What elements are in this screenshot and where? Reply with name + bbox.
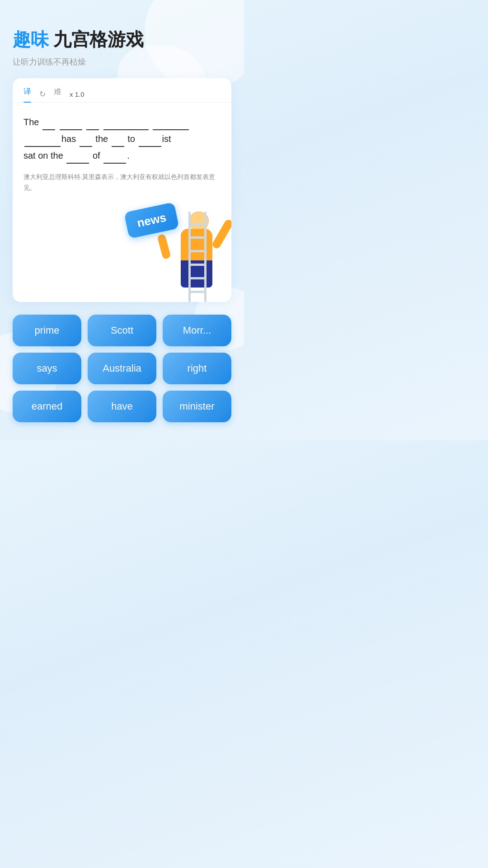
blank-4 [103,113,149,130]
subtitle: 让听力训练不再枯燥 [13,57,231,67]
word-btn-says[interactable]: says [13,353,81,384]
word-btn-australia[interactable]: Australia [88,353,156,384]
person-arm-left [157,233,171,259]
word-btn-have[interactable]: have [88,391,156,422]
illustration-area: news [13,203,231,302]
person-arm-right [211,218,231,250]
main-card: 译 ↻ 难 x 1.0 The has [13,78,231,302]
title-row: 趣味 九宫格游戏 [13,27,231,52]
fill-sentence: The has the to ist sat on the of . [23,113,221,164]
tab-refresh[interactable]: ↻ [39,90,46,99]
ladder-rung-5 [188,236,206,239]
ladder [188,212,206,302]
ladder-rung-4 [188,250,206,252]
tab-difficulty[interactable]: 难 [54,86,61,102]
tab-bar: 译 ↻ 难 x 1.0 [13,78,231,103]
blank-5 [153,113,189,130]
word-btn-minister[interactable]: minister [163,391,231,422]
tab-speed[interactable]: x 1.0 [70,90,84,98]
ladder-rail-left [188,212,191,302]
blank-6 [24,130,61,147]
tab-translate[interactable]: 译 [23,86,31,102]
blank-7 [80,130,92,147]
word-btn-earned[interactable]: earned [13,391,81,422]
word-btn-morrison[interactable]: Morr... [163,315,231,346]
ladder-rail-right [204,212,206,302]
word-btn-scott[interactable]: Scott [88,315,156,346]
blank-3 [86,113,99,130]
blank-10 [66,147,89,164]
word-grid: prime Scott Morr... says Australia right… [13,315,231,422]
blank-2 [60,113,82,130]
title-blue: 趣味 [13,27,49,52]
translation-text: 澳大利亚总理斯科特.莫里森表示，澳大利亚有权就以色列首都发表意见。 [23,172,221,193]
blank-11 [103,147,126,164]
header: 趣味 九宫格游戏 让听力训练不再枯燥 [13,27,231,67]
word-btn-prime[interactable]: prime [13,315,81,346]
blank-8 [112,130,124,147]
ladder-rung-2 [188,277,206,279]
title-dark: 九宫格游戏 [53,27,144,52]
ladder-rung-1 [188,291,206,293]
word-btn-right[interactable]: right [163,353,231,384]
ladder-rung-3 [188,264,206,266]
card-body: The has the to ist sat on the of . [13,103,231,203]
blank-9 [139,130,161,147]
blank-1 [42,113,55,130]
ladder-rung-6 [188,223,206,225]
